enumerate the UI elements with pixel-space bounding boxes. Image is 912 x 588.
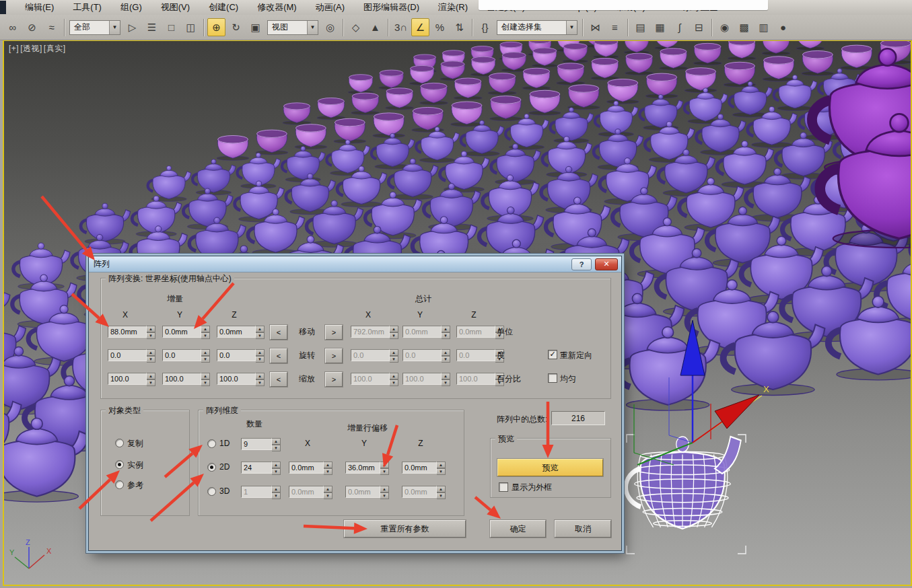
select-and-rotate-icon[interactable]: ↻ — [227, 18, 245, 36]
window-crossing-icon[interactable]: ◫ — [182, 18, 200, 36]
schematic-view-icon[interactable]: ⊟ — [690, 18, 708, 36]
spinner[interactable]: ▲▼ — [256, 373, 265, 385]
edit-named-selection-sets-icon[interactable]: {} — [476, 18, 494, 36]
menu-item-7[interactable]: 动画(A) — [306, 0, 354, 15]
material-editor-icon[interactable]: ◉ — [715, 18, 734, 36]
close-icon[interactable]: ✕ — [595, 258, 618, 270]
unlink-selection-icon[interactable]: ⊘ — [23, 18, 41, 36]
rotate-increment-x-field[interactable] — [108, 349, 147, 361]
spinner[interactable]: ▲▼ — [201, 326, 210, 338]
display-as-box-checkbox[interactable] — [499, 482, 508, 492]
spinner[interactable]: ▲▼ — [324, 462, 332, 474]
reset-all-parameters-button[interactable]: 重置所有参数 — [344, 520, 466, 538]
snap-toggle-3d-icon[interactable]: 3∩ — [392, 18, 410, 36]
spinner[interactable]: ▲▼ — [201, 373, 210, 385]
angle-snap-icon[interactable]: ∠ — [411, 18, 429, 36]
chevron-down-icon[interactable]: ▼ — [109, 21, 120, 34]
spinner[interactable]: ▲▼ — [272, 438, 281, 450]
keyboard-shortcut-override-icon[interactable]: ▲ — [366, 18, 384, 36]
spinner-snap-icon[interactable]: ⇅ — [450, 18, 468, 36]
menu-item-2[interactable]: 工具(T) — [63, 0, 111, 15]
layer-manager-icon[interactable]: ▤ — [631, 18, 650, 36]
rendered-frame-window-icon[interactable]: ▥ — [755, 18, 773, 36]
dimension-2d-radio[interactable] — [207, 463, 216, 472]
select-and-manipulate-icon[interactable]: ◇ — [347, 18, 365, 36]
graphite-ribbon-icon[interactable]: ▦ — [651, 18, 669, 36]
viewport-menu-view[interactable]: [透视] — [20, 44, 42, 53]
selected-teapot-wireframe[interactable] — [626, 435, 746, 554]
rotate-increment-z-field[interactable] — [217, 349, 256, 361]
mirror-icon[interactable]: ⋈ — [586, 18, 604, 36]
chevron-down-icon[interactable]: ▼ — [307, 21, 318, 34]
spinner[interactable]: ▲▼ — [437, 462, 446, 474]
spinner[interactable]: ▲▼ — [201, 349, 210, 361]
spinner[interactable]: ▲▼ — [437, 486, 446, 498]
spinner[interactable]: ▲▼ — [256, 326, 265, 338]
selection-filter-dropdown[interactable]: 全部▼ — [69, 20, 120, 35]
reorient-checkbox[interactable]: ✓ — [548, 350, 557, 359]
move-increment-arrow-button[interactable]: < — [270, 325, 287, 340]
menu-item-4[interactable]: 视图(V) — [151, 0, 199, 15]
viewport-menu-plus[interactable]: [+] — [9, 44, 19, 53]
application-icon[interactable] — [0, 1, 6, 14]
spinner[interactable]: ▲▼ — [147, 349, 155, 361]
count-1d-field[interactable] — [241, 438, 272, 450]
select-and-move-icon[interactable]: ⊕ — [207, 18, 225, 36]
spinner[interactable]: ▲▼ — [390, 326, 398, 338]
2d-offset-y-field[interactable] — [345, 462, 380, 474]
dialog-title-bar[interactable]: 阵列 ? ✕ — [89, 256, 621, 272]
spinner[interactable]: ▲▼ — [390, 349, 398, 361]
instance-radio[interactable] — [115, 460, 124, 469]
spinner[interactable]: ▲▼ — [147, 326, 155, 338]
menu-item-1[interactable]: 编辑(E) — [15, 0, 63, 15]
select-and-scale-icon[interactable]: ▣ — [246, 18, 265, 36]
spinner[interactable]: ▲▼ — [442, 326, 450, 338]
scale-totals-arrow-button[interactable]: > — [325, 372, 343, 387]
menu-item-9[interactable]: 渲染(R) — [429, 0, 477, 15]
count-2d-field[interactable] — [241, 462, 272, 474]
2d-offset-x-field[interactable] — [289, 462, 324, 474]
menu-item-6[interactable]: 修改器(M) — [248, 0, 306, 15]
scale-increment-z-field[interactable] — [217, 373, 256, 385]
rotate-totals-arrow-button[interactable]: > — [325, 348, 343, 363]
dimension-1d-radio[interactable] — [207, 439, 216, 448]
move-totals-arrow-button[interactable]: > — [325, 325, 343, 340]
move-increment-x-field[interactable] — [108, 326, 147, 338]
chevron-down-icon[interactable]: ▼ — [566, 21, 577, 34]
copy-radio[interactable] — [115, 439, 124, 447]
spinner[interactable]: ▲▼ — [324, 486, 332, 498]
rectangular-selection-region-icon[interactable]: □ — [162, 18, 180, 36]
percent-snap-icon[interactable]: % — [431, 18, 449, 36]
menu-item-5[interactable]: 创建(C) — [199, 0, 248, 15]
use-pivot-point-center-icon[interactable]: ◎ — [321, 18, 339, 36]
spinner[interactable]: ▲▼ — [390, 373, 398, 385]
ok-button[interactable]: 确定 — [490, 520, 546, 538]
render-production-icon[interactable]: ● — [774, 18, 792, 36]
menu-item-3[interactable]: 组(G) — [111, 0, 151, 15]
spinner[interactable]: ▲▼ — [272, 486, 281, 498]
spinner[interactable]: ▲▼ — [380, 462, 389, 474]
render-setup-icon[interactable]: ▩ — [735, 18, 753, 36]
spinner[interactable]: ▲▼ — [256, 349, 265, 361]
uniform-checkbox[interactable] — [548, 373, 557, 383]
scale-increment-arrow-button[interactable]: < — [270, 372, 287, 387]
named-selection-sets-combo[interactable]: 创建选择集▼ — [497, 20, 577, 35]
select-and-link-icon[interactable]: ∞ — [3, 18, 22, 36]
move-increment-y-field[interactable] — [162, 326, 201, 338]
spinner[interactable]: ▲▼ — [442, 373, 450, 385]
help-button[interactable]: ? — [571, 258, 592, 270]
move-increment-z-field[interactable] — [217, 326, 256, 338]
spinner[interactable]: ▲▼ — [380, 486, 389, 498]
preview-button[interactable]: 预览 — [497, 459, 603, 476]
select-object-icon[interactable]: ▷ — [123, 18, 141, 36]
spinner[interactable]: ▲▼ — [147, 373, 155, 385]
scale-increment-y-field[interactable] — [162, 373, 201, 385]
2d-offset-z-field[interactable] — [402, 462, 437, 474]
rotate-increment-arrow-button[interactable]: < — [270, 348, 287, 363]
reference-coordinate-dropdown[interactable]: 视图▼ — [267, 20, 318, 35]
rotate-increment-y-field[interactable] — [162, 349, 201, 361]
spinner[interactable]: ▲▼ — [272, 462, 281, 474]
reference-radio[interactable] — [115, 480, 124, 489]
menu-item-8[interactable]: 图形编辑器(D) — [354, 0, 429, 15]
bind-to-space-warp-icon[interactable]: ≈ — [42, 18, 61, 36]
